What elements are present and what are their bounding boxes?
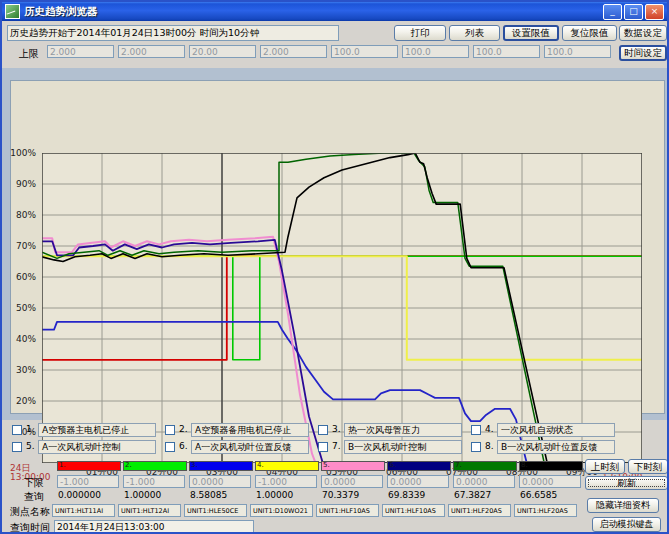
- minimize-button[interactable]: _: [603, 4, 622, 20]
- point-names-label: 测点名称: [10, 505, 50, 519]
- point-name-field-6[interactable]: UNIT1:HLF10AS: [382, 504, 445, 517]
- query-values-row: 0.0000001.000008.580851.0000070.337969.8…: [58, 490, 582, 500]
- upper-limit-field-5[interactable]: 100.0: [331, 45, 398, 58]
- legend-checkbox-4[interactable]: [471, 425, 481, 435]
- data-setting-button[interactable]: 数据设定: [619, 25, 667, 41]
- legend-checkbox-2[interactable]: [165, 425, 175, 435]
- sim-keyboard-button[interactable]: 启动模拟键盘: [592, 517, 661, 532]
- point-name-field-7[interactable]: UNIT1:HLF20AS: [448, 504, 511, 517]
- query-value-2: 1.00000: [124, 490, 186, 500]
- y-tick-label: 70%: [2, 241, 36, 251]
- color-bar-segment-7: 7.: [453, 461, 517, 471]
- legend-number: 2.: [179, 424, 188, 434]
- time-setting-button[interactable]: 时间设定: [619, 45, 667, 61]
- point-name-field-8[interactable]: UNIT1:HLF20AS: [514, 504, 577, 517]
- reset-limits-button[interactable]: 复位限值: [562, 25, 617, 41]
- legend-number: 8.: [485, 441, 494, 451]
- window-titlebar: 历史趋势浏览器 _ □ ×: [2, 2, 667, 21]
- trend-plot-area[interactable]: [42, 153, 642, 463]
- query-time-field[interactable]: 2014年1月24日13:03:00: [54, 520, 254, 534]
- point-name-field-5[interactable]: UNIT1:HLF10AS: [316, 504, 379, 517]
- query-value-7: 67.3827: [454, 490, 516, 500]
- lower-limit-label: 下限: [24, 476, 44, 490]
- query-value-6: 69.8339: [388, 490, 450, 500]
- legend-item-6: 6. A一次风机动叶位置反馈: [165, 440, 311, 454]
- close-button[interactable]: ×: [645, 4, 664, 20]
- point-name-field-2[interactable]: UNIT1:HLT12AI: [118, 504, 181, 517]
- legend-checkbox-1[interactable]: [12, 425, 22, 435]
- y-tick-label: 20%: [2, 396, 36, 406]
- lower-limit-field-8[interactable]: 0.0000: [519, 475, 581, 488]
- legend-label: A一次风机动叶控制: [38, 440, 156, 454]
- refresh-button[interactable]: 刷新: [585, 476, 668, 490]
- point-name-field-4[interactable]: UNIT1:D10WO21: [250, 504, 313, 517]
- maximize-button[interactable]: □: [624, 4, 643, 20]
- upper-limit-field-4[interactable]: 2.000: [260, 45, 327, 58]
- query-value-4: 1.00000: [256, 490, 318, 500]
- y-tick-label: 100%: [2, 148, 36, 158]
- y-tick-label: 90%: [2, 179, 36, 189]
- legend-number: 3.: [332, 424, 341, 434]
- lower-limit-field-3[interactable]: 0.0000: [189, 475, 251, 488]
- lower-limit-field-5[interactable]: 0.0000: [321, 475, 383, 488]
- color-bar-segment-6: 6.: [387, 461, 451, 471]
- query-value-3: 8.58085: [190, 490, 252, 500]
- query-label: 查询: [24, 490, 44, 504]
- upper-limit-field-1[interactable]: 2.000: [47, 45, 114, 58]
- legend-label: 热一次风母管压力: [344, 423, 462, 437]
- upper-limit-field-8[interactable]: 100.0: [544, 45, 611, 58]
- query-time-label: 查询时间: [10, 521, 50, 534]
- legend-label: A空预器主电机已停止: [38, 423, 156, 437]
- list-button[interactable]: 列表: [449, 25, 500, 41]
- y-tick-label: 80%: [2, 210, 36, 220]
- legend-label: A空预器备用电机已停止: [191, 423, 309, 437]
- legend-item-3: 3. 热一次风母管压力: [318, 423, 464, 437]
- legend-checkbox-5[interactable]: [12, 442, 22, 452]
- color-bar-segment-1: 1.: [57, 461, 121, 471]
- print-button[interactable]: 打印: [394, 25, 446, 41]
- hide-details-button[interactable]: 隐藏详细资料: [587, 498, 659, 513]
- point-name-field-1[interactable]: UNIT1:HLT11AI: [52, 504, 115, 517]
- legend-number: 6.: [179, 441, 188, 451]
- upper-limit-fields: 2.0002.00020.002.000100.0100.0100.0100.0: [47, 45, 611, 58]
- prev-moment-button[interactable]: 上时刻: [585, 459, 625, 474]
- legend-checkbox-7[interactable]: [318, 442, 328, 452]
- lower-limit-field-2[interactable]: -1.000: [123, 475, 185, 488]
- legend-label: B一次风机动叶位置反馈: [497, 440, 615, 454]
- series-color-bar: 1.2.3.4.5.6.7.8.: [57, 461, 583, 471]
- lower-limit-field-7[interactable]: 0.0000: [453, 475, 515, 488]
- y-tick-label: 30%: [2, 365, 36, 375]
- legend-checkbox-8[interactable]: [471, 442, 481, 452]
- legend-item-8: 8. B一次风机动叶位置反馈: [471, 440, 617, 454]
- legend-checkbox-6[interactable]: [165, 442, 175, 452]
- upper-limit-field-6[interactable]: 100.0: [402, 45, 469, 58]
- color-bar-segment-2: 2.: [123, 461, 187, 471]
- y-tick-label: 40%: [2, 334, 36, 344]
- point-name-fields: UNIT1:HLT11AIUNIT1:HLT12AIUNIT1:HLE50CEU…: [52, 504, 577, 517]
- upper-limit-field-3[interactable]: 20.00: [189, 45, 256, 58]
- lower-limit-field-1[interactable]: -1.000: [57, 475, 119, 488]
- next-moment-button[interactable]: 下时刻: [628, 459, 668, 474]
- lower-limit-field-4[interactable]: -1.000: [255, 475, 317, 488]
- legend-number: 1.: [26, 424, 35, 434]
- legend-checkbox-3[interactable]: [318, 425, 328, 435]
- trend-app-icon: [5, 4, 20, 19]
- color-bar-segment-5: 5.: [321, 461, 385, 471]
- y-tick-label: 60%: [2, 272, 36, 282]
- legend-number: 7.: [332, 441, 341, 451]
- lower-limit-fields: -1.000-1.0000.0000-1.0000.00000.00000.00…: [57, 475, 581, 488]
- lower-limit-field-6[interactable]: 0.0000: [387, 475, 449, 488]
- point-name-field-3[interactable]: UNIT1:HLE50CE: [184, 504, 247, 517]
- legend-item-2: 2. A空预器备用电机已停止: [165, 423, 311, 437]
- trend-chart-panel: 100%90%80%70%60%50%40%30%20%10% 01分0002分…: [2, 68, 669, 420]
- window-title: 历史趋势浏览器: [24, 5, 601, 19]
- upper-limit-field-2[interactable]: 2.000: [118, 45, 185, 58]
- query-value-8: 66.6585: [520, 490, 582, 500]
- upper-limit-field-7[interactable]: 100.0: [473, 45, 540, 58]
- upper-limit-label: 上限: [19, 47, 39, 61]
- set-limits-button[interactable]: 设置限值: [503, 25, 559, 41]
- query-value-5: 70.3379: [322, 490, 384, 500]
- legend-item-5: 5. A一次风机动叶控制: [12, 440, 158, 454]
- color-bar-segment-8: 8.: [519, 461, 583, 471]
- trend-start-info: 历史趋势开始于2014年01月24日13时00分 时间为10分钟: [7, 25, 339, 41]
